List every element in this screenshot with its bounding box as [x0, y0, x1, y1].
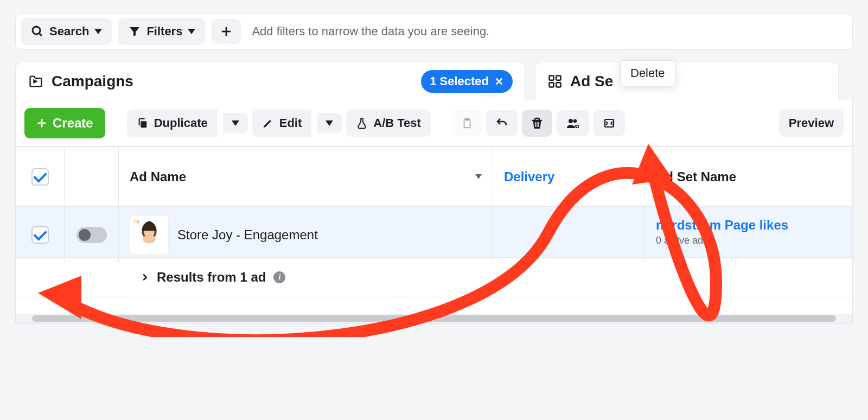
- ad-name-text: Store Joy - Engagement: [177, 227, 318, 243]
- close-icon[interactable]: [494, 77, 504, 86]
- plus-icon: [220, 26, 232, 37]
- grid-icon: [547, 74, 563, 89]
- filter-bar: Search Filters Add filters to narrow the…: [15, 13, 853, 50]
- duplicate-label: Duplicate: [154, 116, 208, 130]
- results-row[interactable]: Results from 1 ad i: [16, 258, 852, 297]
- create-button[interactable]: Create: [24, 108, 105, 138]
- export-button[interactable]: [593, 110, 625, 136]
- people-plus-icon: [565, 117, 580, 130]
- copy-icon: [137, 117, 149, 129]
- ad-set-subtext: 0 active ads: [656, 235, 840, 246]
- sort-caret-up-icon: [627, 174, 634, 179]
- trash-icon: [531, 116, 544, 130]
- row-checkbox[interactable]: [31, 226, 49, 244]
- delete-button[interactable]: [522, 110, 552, 137]
- table-header: Ad Name Delivery Ad Set Name: [16, 147, 852, 207]
- col-ad-name-label: Ad Name: [130, 169, 186, 184]
- filter-icon: [128, 25, 141, 38]
- tab-adsets[interactable]: Ad Se Delete: [535, 62, 839, 100]
- toggle-header: [65, 147, 119, 206]
- col-delivery-label: Delivery: [504, 169, 554, 184]
- svg-rect-21: [605, 119, 614, 127]
- delete-tooltip: Delete: [620, 60, 675, 86]
- add-people-button[interactable]: [557, 110, 589, 136]
- ads-table: Ad Name Delivery Ad Set Name Joy: [15, 147, 853, 324]
- svg-rect-13: [141, 121, 146, 128]
- row-adname-cell[interactable]: Joy Store Joy - Engagement: [119, 207, 493, 263]
- svg-point-0: [33, 27, 40, 34]
- sort-caret-icon: [475, 174, 482, 179]
- row-adset-cell[interactable]: nordstrom Page likes 0 active ads: [645, 207, 851, 263]
- svg-point-17: [573, 119, 577, 123]
- column-ad-set-name[interactable]: Ad Set Name: [645, 147, 851, 206]
- tab-campaigns-label: Campaigns: [52, 73, 133, 90]
- select-all-checkbox[interactable]: [31, 168, 49, 186]
- filter-placeholder: Add filters to narrow the data you are s…: [247, 24, 489, 39]
- edit-label: Edit: [279, 116, 302, 130]
- clipboard-button: [452, 110, 482, 136]
- tab-adsets-label: Ad Se: [570, 73, 613, 90]
- pencil-icon: [262, 117, 274, 129]
- svg-rect-15: [465, 118, 469, 120]
- add-filter-button[interactable]: [212, 19, 241, 44]
- tooltip-text: Delete: [630, 66, 665, 80]
- abtest-button[interactable]: A/B Test: [346, 110, 431, 137]
- column-delivery[interactable]: Delivery: [493, 147, 645, 206]
- duplicate-button[interactable]: Duplicate: [127, 110, 218, 137]
- horizontal-scrollbar[interactable]: [16, 314, 852, 323]
- search-icon: [31, 25, 44, 38]
- caret-down-icon: [94, 29, 102, 34]
- tabs-row: Campaigns 1 Selected Ad Se Delete: [15, 62, 853, 100]
- folder-icon: [28, 74, 44, 89]
- row-toggle-cell[interactable]: [65, 207, 119, 263]
- svg-rect-27: [145, 244, 154, 254]
- export-icon: [602, 117, 616, 130]
- svg-rect-7: [550, 76, 554, 80]
- svg-line-1: [39, 33, 42, 36]
- caret-down-icon: [326, 120, 333, 126]
- caret-down-icon: [232, 120, 239, 126]
- info-icon[interactable]: i: [273, 271, 285, 283]
- svg-point-16: [569, 119, 573, 123]
- chevron-right-icon[interactable]: [141, 271, 149, 283]
- col-adset-label: Ad Set Name: [656, 169, 736, 184]
- preview-label: Preview: [789, 116, 834, 130]
- svg-rect-8: [556, 76, 560, 80]
- svg-rect-9: [550, 82, 554, 87]
- row-select-cell[interactable]: [16, 207, 65, 263]
- undo-icon: [495, 117, 509, 130]
- table-row[interactable]: Joy Store Joy - Engagement nordstrom Pag…: [16, 207, 852, 258]
- clipboard-icon: [461, 117, 473, 130]
- preview-button[interactable]: Preview: [779, 110, 844, 137]
- results-label: Results from 1 ad: [157, 270, 266, 285]
- search-label: Search: [49, 24, 89, 39]
- create-label: Create: [53, 116, 93, 131]
- flask-icon: [356, 117, 368, 130]
- edit-dropdown[interactable]: [317, 113, 342, 133]
- toolbar: Create Duplicate Edit A/B Test: [15, 100, 853, 147]
- search-button[interactable]: Search: [21, 18, 112, 45]
- selected-chip-label: 1 Selected: [430, 74, 489, 88]
- svg-rect-10: [556, 82, 560, 87]
- column-ad-name[interactable]: Ad Name: [119, 147, 493, 206]
- abtest-label: A/B Test: [373, 116, 421, 130]
- tab-campaigns[interactable]: Campaigns 1 Selected: [15, 62, 525, 100]
- filters-button[interactable]: Filters: [118, 18, 205, 45]
- undo-button[interactable]: [486, 110, 518, 136]
- svg-text:Joy: Joy: [133, 219, 140, 224]
- edit-button[interactable]: Edit: [252, 110, 312, 137]
- plus-icon: [36, 118, 47, 129]
- filters-label: Filters: [146, 24, 182, 39]
- status-toggle[interactable]: [76, 227, 107, 243]
- svg-marker-4: [34, 80, 37, 83]
- ad-thumbnail: Joy: [130, 215, 169, 254]
- caret-down-icon: [188, 29, 195, 34]
- row-delivery-cell: [493, 207, 645, 263]
- select-all-header[interactable]: [16, 147, 65, 206]
- duplicate-dropdown[interactable]: [223, 113, 248, 133]
- selected-chip[interactable]: 1 Selected: [421, 70, 513, 93]
- ad-set-link[interactable]: nordstrom Page likes: [656, 218, 788, 232]
